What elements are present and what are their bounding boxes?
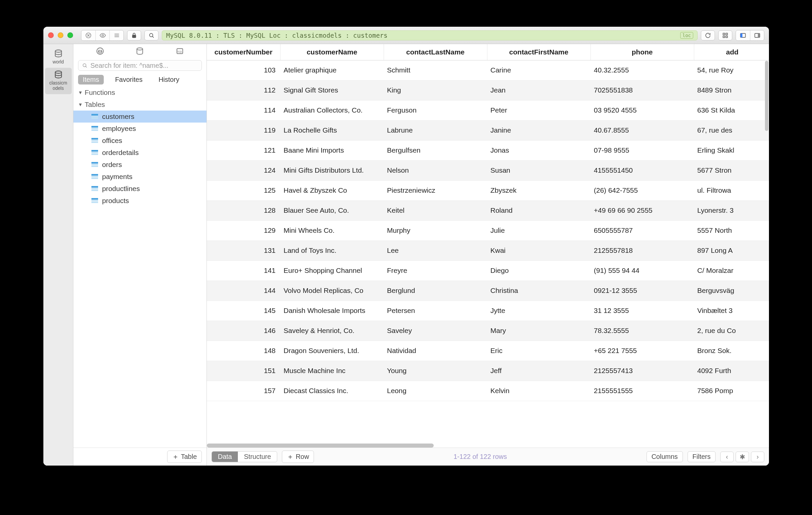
- cell[interactable]: C/ Moralzar: [694, 261, 769, 280]
- columns-button[interactable]: Columns: [646, 451, 683, 462]
- cell[interactable]: Kwai: [487, 241, 590, 261]
- cell[interactable]: 141: [207, 261, 280, 280]
- table-item-productlines[interactable]: productlines: [74, 183, 206, 195]
- database-icon[interactable]: [136, 47, 144, 56]
- cell[interactable]: Jean: [487, 80, 590, 100]
- cell[interactable]: Bronz Sok.: [694, 341, 769, 361]
- close-window-button[interactable]: [48, 32, 54, 38]
- cell[interactable]: Volvo Model Replicas, Co: [280, 280, 384, 301]
- table-row[interactable]: 114Australian Collectors, Co.FergusonPet…: [207, 100, 769, 120]
- table-item-orders[interactable]: orders: [74, 159, 206, 171]
- group-functions[interactable]: ▼Functions: [74, 86, 206, 99]
- cell[interactable]: 2, rue du Co: [694, 321, 769, 341]
- db-tab-world[interactable]: world: [45, 47, 72, 68]
- cell[interactable]: 128: [207, 200, 280, 220]
- stop-button[interactable]: [81, 30, 95, 40]
- eye-icon[interactable]: [95, 30, 109, 40]
- cell[interactable]: 114: [207, 100, 280, 120]
- cell[interactable]: Young: [384, 361, 487, 381]
- path-bar[interactable]: MySQL 8.0.11 : TLS : MySQL Loc : classic…: [162, 30, 698, 40]
- table-item-products[interactable]: products: [74, 195, 206, 207]
- cell[interactable]: Diego: [487, 261, 590, 280]
- cell[interactable]: Blauer See Auto, Co.: [280, 200, 384, 220]
- cell[interactable]: 4155551450: [590, 160, 694, 180]
- table-row[interactable]: 148Dragon Souveniers, Ltd.NatividadEric+…: [207, 341, 769, 361]
- cell[interactable]: 151: [207, 361, 280, 381]
- cell[interactable]: 125: [207, 180, 280, 200]
- cell[interactable]: 78.32.5555: [590, 321, 694, 341]
- cell[interactable]: Roland: [487, 200, 590, 220]
- cell[interactable]: Erling Skakl: [694, 140, 769, 160]
- cell[interactable]: 2125557818: [590, 241, 694, 261]
- table-item-offices[interactable]: offices: [74, 135, 206, 146]
- cell[interactable]: King: [384, 80, 487, 100]
- cell[interactable]: Danish Wholesale Imports: [280, 301, 384, 321]
- lock-button[interactable]: [127, 30, 141, 40]
- cell[interactable]: +49 69 66 90 2555: [590, 200, 694, 220]
- cell[interactable]: Freyre: [384, 261, 487, 280]
- table-row[interactable]: 103Atelier graphiqueSchmittCarine40.32.2…: [207, 60, 769, 80]
- cell[interactable]: 144: [207, 280, 280, 301]
- cell[interactable]: Jeff: [487, 361, 590, 381]
- cell[interactable]: Piestrzeniewicz: [384, 180, 487, 200]
- table-row[interactable]: 125Havel & Zbyszek CoPiestrzeniewiczZbys…: [207, 180, 769, 200]
- cell[interactable]: Labrune: [384, 120, 487, 140]
- cell[interactable]: Susan: [487, 160, 590, 180]
- cell[interactable]: Jytte: [487, 301, 590, 321]
- reload-button[interactable]: [701, 30, 715, 40]
- cell[interactable]: 148: [207, 341, 280, 361]
- cell[interactable]: 5677 Stron: [694, 160, 769, 180]
- column-header[interactable]: add: [694, 44, 769, 60]
- cell[interactable]: Keitel: [384, 200, 487, 220]
- table-row[interactable]: 119La Rochelle GiftsLabruneJanine40.67.8…: [207, 120, 769, 140]
- tab-favorites[interactable]: Favorites: [110, 75, 147, 84]
- cell[interactable]: 8489 Stron: [694, 80, 769, 100]
- sidebar-search[interactable]: Search for item: ^name$...: [78, 60, 202, 71]
- add-row-button[interactable]: ＋Row: [282, 451, 314, 463]
- group-tables[interactable]: ▼Tables: [74, 99, 206, 111]
- table-row[interactable]: 157Diecast Classics Inc.LeongKelvin21555…: [207, 381, 769, 401]
- cell[interactable]: 4092 Furth: [694, 361, 769, 381]
- tab-items[interactable]: Items: [78, 75, 104, 84]
- table-row[interactable]: 112Signal Gift StoresKingJean70255518388…: [207, 80, 769, 100]
- add-table-button[interactable]: ＋Table: [167, 451, 202, 463]
- cell[interactable]: Mary: [487, 321, 590, 341]
- cell[interactable]: Eric: [487, 341, 590, 361]
- search-button[interactable]: [144, 30, 158, 40]
- zoom-window-button[interactable]: [67, 32, 73, 38]
- horizontal-scrollbar[interactable]: [207, 443, 434, 448]
- cell[interactable]: Dragon Souveniers, Ltd.: [280, 341, 384, 361]
- cell[interactable]: 146: [207, 321, 280, 341]
- cell[interactable]: Australian Collectors, Co.: [280, 100, 384, 120]
- cell[interactable]: 07-98 9555: [590, 140, 694, 160]
- cell[interactable]: 2125557413: [590, 361, 694, 381]
- cell[interactable]: Jonas: [487, 140, 590, 160]
- filters-button[interactable]: Filters: [688, 451, 716, 462]
- cell[interactable]: Janine: [487, 120, 590, 140]
- cell[interactable]: Peter: [487, 100, 590, 120]
- cell[interactable]: Leong: [384, 381, 487, 401]
- cell[interactable]: Muscle Machine Inc: [280, 361, 384, 381]
- table-row[interactable]: 141Euro+ Shopping ChannelFreyreDiego(91)…: [207, 261, 769, 280]
- cell[interactable]: 145: [207, 301, 280, 321]
- cell[interactable]: Schmitt: [384, 60, 487, 80]
- cell[interactable]: Petersen: [384, 301, 487, 321]
- tab-history[interactable]: History: [154, 75, 184, 84]
- cell[interactable]: 636 St Kilda: [694, 100, 769, 120]
- grid-scroll[interactable]: customerNumbercustomerNamecontactLastNam…: [207, 44, 769, 448]
- cell[interactable]: 119: [207, 120, 280, 140]
- cell[interactable]: Mini Wheels Co.: [280, 220, 384, 241]
- column-header[interactable]: contactFirstName: [487, 44, 590, 60]
- cell[interactable]: 40.32.2555: [590, 60, 694, 80]
- seg-structure[interactable]: Structure: [238, 452, 277, 462]
- cell[interactable]: Zbyszek: [487, 180, 590, 200]
- table-item-employees[interactable]: employees: [74, 123, 206, 135]
- cell[interactable]: 40.67.8555: [590, 120, 694, 140]
- cell[interactable]: La Rochelle Gifts: [280, 120, 384, 140]
- cell[interactable]: 0921-12 3555: [590, 280, 694, 301]
- table-row[interactable]: 121Baane Mini ImportsBergulfsenJonas07-9…: [207, 140, 769, 160]
- table-row[interactable]: 145Danish Wholesale ImportsPetersenJytte…: [207, 301, 769, 321]
- cell[interactable]: +65 221 7555: [590, 341, 694, 361]
- cell[interactable]: 31 12 3555: [590, 301, 694, 321]
- table-row[interactable]: 131Land of Toys Inc.LeeKwai2125557818897…: [207, 241, 769, 261]
